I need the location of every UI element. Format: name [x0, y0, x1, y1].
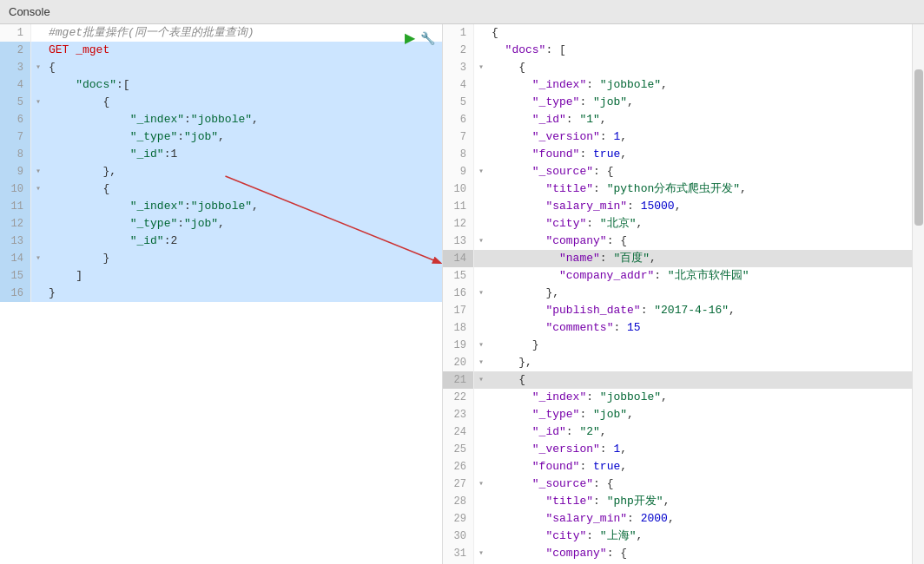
fold-indicator[interactable]: ▾: [474, 337, 488, 354]
fold-indicator[interactable]: ▾: [474, 545, 488, 562]
code-content: "city": "北京",: [488, 215, 912, 233]
left-line-1: 1#mget批量操作(同一个表里的批量查询): [0, 24, 442, 42]
code-content: ]: [45, 267, 442, 285]
line-number: 21: [443, 371, 474, 389]
left-line-13: 13 "_id":2: [0, 233, 442, 250]
title-bar: Console: [0, 0, 924, 24]
right-code-area[interactable]: 1{2 "docs": [3▾ {4 "_index": "jobbole",5…: [443, 24, 912, 564]
code-content: "found": true,: [488, 458, 912, 475]
fold-indicator: [31, 76, 45, 94]
line-number: 23: [443, 406, 474, 423]
code-content: },: [488, 354, 912, 371]
fold-indicator[interactable]: ▾: [474, 233, 488, 250]
right-line-9: 9▾ "_source": {: [443, 163, 912, 180]
right-line-4: 4 "_index": "jobbole",: [443, 76, 912, 94]
left-toolbar: ▶ 🔧: [405, 30, 435, 46]
line-number: 18: [443, 319, 474, 337]
left-line-15: 15 ]: [0, 267, 442, 285]
code-content: "_source": {: [488, 163, 912, 180]
code-content: {: [45, 94, 442, 111]
fold-indicator: [474, 76, 488, 94]
line-number: 19: [443, 337, 474, 354]
code-content: "publish_date": "2017-4-16",: [488, 302, 912, 319]
fold-indicator[interactable]: ▾: [474, 285, 488, 302]
fold-indicator: [474, 267, 488, 285]
code-content: "_id":1: [45, 146, 442, 163]
line-number: 12: [0, 215, 31, 233]
code-content: {: [488, 59, 912, 76]
line-number: 10: [0, 180, 31, 198]
left-line-5: 5▾ {: [0, 94, 442, 111]
scrollbar-thumb[interactable]: [914, 69, 923, 226]
fold-indicator: [474, 319, 488, 337]
code-content: "title": "php开发",: [488, 493, 912, 510]
fold-indicator: [474, 24, 488, 42]
right-line-18: 18 "comments": 15: [443, 319, 912, 337]
code-content: "_index": "jobbole",: [488, 389, 912, 406]
fold-indicator: [474, 111, 488, 128]
fold-indicator[interactable]: ▾: [31, 59, 45, 76]
fold-indicator: [474, 441, 488, 458]
fold-indicator: [474, 389, 488, 406]
code-content: "_id": "2",: [488, 423, 912, 441]
left-line-10: 10▾ {: [0, 180, 442, 198]
code-content: "docs": [: [488, 42, 912, 59]
settings-button[interactable]: 🔧: [420, 31, 435, 45]
fold-indicator: [474, 215, 488, 233]
code-content: "city": "上海",: [488, 528, 912, 545]
line-number: 30: [443, 528, 474, 545]
fold-indicator[interactable]: ▾: [31, 163, 45, 180]
line-number: 13: [0, 233, 31, 250]
fold-indicator: [474, 94, 488, 111]
fold-indicator[interactable]: ▾: [31, 94, 45, 111]
code-content: "_id": "1",: [488, 111, 912, 128]
fold-indicator[interactable]: ▾: [474, 163, 488, 180]
fold-indicator[interactable]: ▾: [31, 180, 45, 198]
fold-indicator[interactable]: ▾: [474, 475, 488, 493]
line-number: 14: [0, 250, 31, 267]
right-line-13: 13▾ "company": {: [443, 233, 912, 250]
right-line-1: 1{: [443, 24, 912, 42]
right-line-17: 17 "publish_date": "2017-4-16",: [443, 302, 912, 319]
right-line-28: 28 "title": "php开发",: [443, 493, 912, 510]
fold-indicator[interactable]: ▾: [474, 354, 488, 371]
line-number: 11: [0, 198, 31, 215]
code-content: }: [45, 250, 442, 267]
right-line-15: 15 "company_addr": "北京市软件园": [443, 267, 912, 285]
code-content: "_version": 1,: [488, 128, 912, 146]
right-line-21: 21▾ {: [443, 371, 912, 389]
line-number: 9: [443, 163, 474, 180]
right-line-29: 29 "salary_min": 2000,: [443, 510, 912, 528]
code-content: "company_addr": "北京市软件园": [488, 267, 912, 285]
line-number: 27: [443, 475, 474, 493]
line-number: 14: [443, 250, 474, 267]
right-line-26: 26 "found": true,: [443, 458, 912, 475]
right-line-14: 14 "name": "百度",: [443, 250, 912, 267]
fold-indicator: [474, 423, 488, 441]
right-scrollbar[interactable]: [912, 24, 924, 564]
code-content: {: [45, 59, 442, 76]
line-number: 4: [443, 76, 474, 94]
right-line-30: 30 "city": "上海",: [443, 528, 912, 545]
line-number: 16: [0, 285, 31, 302]
right-line-27: 27▾ "_source": {: [443, 475, 912, 493]
left-line-4: 4 "docs":[: [0, 76, 442, 94]
right-line-3: 3▾ {: [443, 59, 912, 76]
code-content: "comments": 15: [488, 319, 912, 337]
left-line-12: 12 "_type":"job",: [0, 215, 442, 233]
right-line-8: 8 "found": true,: [443, 146, 912, 163]
code-content: }: [488, 337, 912, 354]
right-line-22: 22 "_index": "jobbole",: [443, 389, 912, 406]
line-number: 2: [443, 42, 474, 59]
line-number: 1: [0, 24, 31, 42]
fold-indicator[interactable]: ▾: [474, 59, 488, 76]
line-number: 26: [443, 458, 474, 475]
fold-indicator[interactable]: ▾: [474, 371, 488, 389]
code-content: "_type":"job",: [45, 128, 442, 146]
left-code-area[interactable]: 1#mget批量操作(同一个表里的批量查询)2GET _mget3▾{4 "do…: [0, 24, 442, 564]
line-number: 6: [443, 111, 474, 128]
fold-indicator[interactable]: ▾: [31, 250, 45, 267]
line-number: 4: [0, 76, 31, 94]
run-button[interactable]: ▶: [405, 30, 415, 46]
code-content: "found": true,: [488, 146, 912, 163]
